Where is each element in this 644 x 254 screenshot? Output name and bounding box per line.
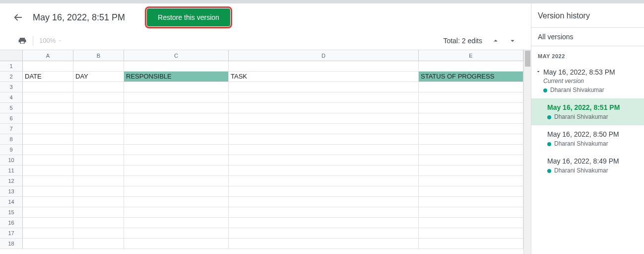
next-edit-button[interactable] (508, 36, 517, 45)
cell[interactable] (229, 176, 419, 186)
cell[interactable] (23, 124, 73, 134)
col-C[interactable]: C (124, 50, 229, 61)
cell[interactable] (229, 186, 419, 197)
cell[interactable] (23, 155, 73, 166)
version-item[interactable]: May 16, 2022, 8:51 PMDharani Shivakumar (531, 98, 644, 125)
cell[interactable] (23, 92, 73, 103)
cell[interactable] (73, 124, 124, 134)
caret-down-icon[interactable] (535, 68, 541, 76)
cell[interactable] (124, 61, 229, 72)
row-number[interactable]: 10 (0, 155, 23, 166)
row-number[interactable]: 9 (0, 145, 23, 155)
cell[interactable] (73, 207, 124, 218)
cell[interactable] (419, 145, 523, 155)
cell[interactable] (229, 155, 419, 166)
cell[interactable] (419, 82, 523, 92)
cell[interactable] (124, 207, 229, 218)
cell[interactable] (229, 207, 419, 218)
cell[interactable] (124, 239, 229, 249)
cell[interactable] (23, 197, 73, 207)
zoom-dropdown[interactable]: 100% (39, 37, 63, 44)
cell[interactable]: DATE (23, 72, 73, 82)
cell[interactable] (229, 124, 419, 134)
cell[interactable] (73, 103, 124, 113)
cell[interactable] (124, 155, 229, 166)
cell[interactable] (419, 103, 523, 113)
cell[interactable] (73, 186, 124, 197)
print-icon[interactable] (18, 36, 27, 45)
cell[interactable] (124, 166, 229, 176)
cell[interactable] (23, 207, 73, 218)
row-number[interactable]: 17 (0, 228, 23, 239)
col-D[interactable]: D (229, 50, 419, 61)
cell[interactable] (23, 103, 73, 113)
restore-button[interactable]: Restore this version (147, 8, 230, 26)
cell[interactable] (73, 176, 124, 186)
row-number[interactable]: 11 (0, 166, 23, 176)
cell[interactable] (419, 134, 523, 145)
cell[interactable] (73, 134, 124, 145)
cell[interactable] (73, 239, 124, 249)
col-B[interactable]: B (73, 50, 124, 61)
cell[interactable] (419, 124, 523, 134)
cell[interactable] (229, 228, 419, 239)
row-number[interactable]: 14 (0, 197, 23, 207)
row-number[interactable]: 5 (0, 103, 23, 113)
row-number[interactable]: 6 (0, 113, 23, 124)
cell[interactable] (229, 145, 419, 155)
cell[interactable] (124, 92, 229, 103)
cell[interactable] (229, 92, 419, 103)
row-number[interactable]: 1 (0, 61, 23, 72)
cell[interactable] (419, 176, 523, 186)
back-button[interactable] (8, 7, 28, 27)
cell[interactable] (419, 166, 523, 176)
cell[interactable] (124, 228, 229, 239)
cell[interactable] (23, 82, 73, 92)
vertical-scrollbar[interactable] (523, 50, 531, 254)
row-number[interactable]: 15 (0, 207, 23, 218)
row-number[interactable]: 7 (0, 124, 23, 134)
cell[interactable] (23, 145, 73, 155)
cell[interactable] (124, 134, 229, 145)
version-item[interactable]: May 16, 2022, 8:50 PMDharani Shivakumar (531, 125, 644, 152)
cell[interactable] (73, 166, 124, 176)
cell[interactable] (73, 145, 124, 155)
cell[interactable] (229, 239, 419, 249)
cell[interactable] (23, 239, 73, 249)
cell[interactable] (229, 103, 419, 113)
cell[interactable] (124, 145, 229, 155)
cell[interactable] (124, 124, 229, 134)
row-number[interactable]: 13 (0, 186, 23, 197)
cell[interactable] (23, 186, 73, 197)
cell[interactable] (73, 228, 124, 239)
row-number[interactable]: 8 (0, 134, 23, 145)
cell[interactable] (419, 61, 523, 72)
corner-cell[interactable] (0, 50, 23, 61)
cell[interactable] (23, 113, 73, 124)
cell[interactable] (419, 197, 523, 207)
cell[interactable] (23, 166, 73, 176)
version-item[interactable]: May 16, 2022, 8:53 PMCurrent versionDhar… (531, 63, 644, 98)
version-item[interactable]: May 16, 2022, 8:49 PMDharani Shivakumar (531, 152, 644, 179)
cell[interactable] (229, 197, 419, 207)
cell[interactable] (229, 166, 419, 176)
cell[interactable] (419, 186, 523, 197)
cell[interactable] (23, 134, 73, 145)
col-E[interactable]: E (419, 50, 523, 61)
cell[interactable] (124, 103, 229, 113)
cell[interactable] (23, 218, 73, 228)
cell[interactable] (419, 218, 523, 228)
cell[interactable] (124, 186, 229, 197)
cell[interactable] (419, 113, 523, 124)
cell[interactable] (73, 82, 124, 92)
row-number[interactable]: 18 (0, 239, 23, 249)
cell[interactable] (124, 197, 229, 207)
cell[interactable] (73, 218, 124, 228)
row-number[interactable]: 3 (0, 82, 23, 92)
cell[interactable]: DAY (73, 72, 124, 82)
cell[interactable] (124, 176, 229, 186)
cell[interactable] (229, 113, 419, 124)
cell[interactable] (229, 218, 419, 228)
cell[interactable] (229, 134, 419, 145)
cell[interactable] (229, 82, 419, 92)
